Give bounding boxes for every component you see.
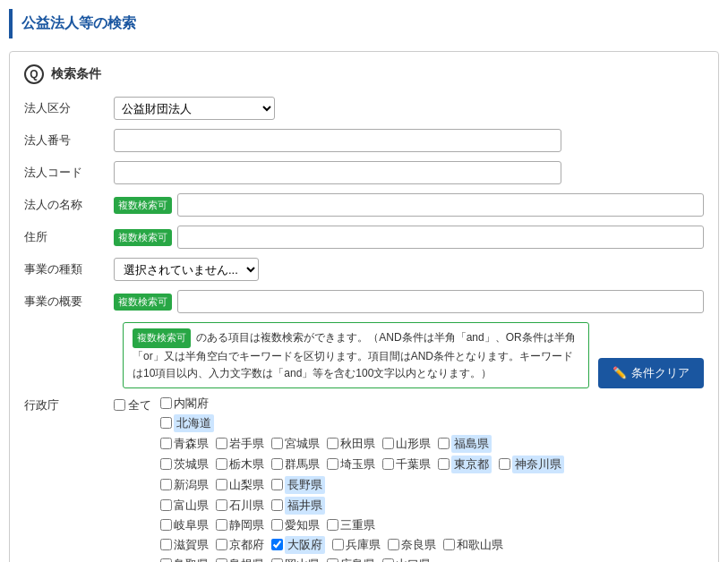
note-spacer [24,322,114,388]
prefecture-name[interactable]: 三重県 [340,517,375,533]
prefecture-name[interactable]: 宮城県 [285,436,320,452]
prefecture-name[interactable]: 山形県 [396,436,431,452]
prefecture-name[interactable]: 静岡県 [229,517,264,533]
prefecture-name[interactable]: 長野県 [285,476,325,494]
corporate-type-select[interactable]: 公益財団法人 公益社団法人 一般財団法人 一般社団法人 [114,97,275,120]
prefecture-name[interactable]: 和歌山県 [457,537,503,553]
corporate-code-input[interactable] [114,161,561,184]
prefecture-all-label[interactable]: 全て [128,397,151,413]
prefecture-checkbox[interactable] [271,539,283,550]
prefecture-label: 行政庁 [24,396,114,413]
prefecture-checkbox[interactable] [499,458,510,470]
prefecture-checkbox[interactable] [271,438,283,449]
prefecture-name[interactable]: 島根県 [229,557,264,562]
prefecture-name[interactable]: 鳥取県 [174,557,209,562]
business-type-select[interactable]: 選択されていません... [114,258,259,281]
prefecture-checkbox[interactable] [271,519,283,531]
prefecture-checkbox[interactable] [160,499,172,511]
prefecture-checkbox[interactable] [382,458,394,470]
prefecture-row-items: 新潟県山梨県長野県 [160,476,704,494]
business-summary-label: 事業の概要 [24,290,114,310]
prefecture-checkbox[interactable] [216,558,227,562]
prefecture-checkbox[interactable] [160,558,172,562]
prefecture-name[interactable]: 栃木県 [229,456,264,473]
prefecture-checkbox[interactable] [216,499,227,511]
list-item: 大阪府 [271,536,325,554]
corporate-name-row: 法人の名称 複数検索可 [24,193,704,218]
prefecture-name[interactable]: 大阪府 [285,536,325,554]
list-item: 埼玉県 [327,456,375,473]
prefecture-checkbox[interactable] [438,458,450,470]
prefecture-checkbox[interactable] [160,539,172,550]
prefecture-checkbox[interactable] [271,479,283,490]
prefecture-name[interactable]: 京都府 [229,537,264,553]
prefecture-name[interactable]: 内閣府 [174,396,209,412]
prefecture-name[interactable]: 福井県 [285,497,325,515]
prefecture-all-checkbox[interactable] [114,399,125,411]
prefecture-name[interactable]: 埼玉県 [340,456,375,473]
prefecture-name[interactable]: 神奈川県 [512,456,564,473]
list-item: 三重県 [327,517,375,533]
corporate-code-control [114,161,704,184]
prefecture-checkbox[interactable] [438,438,450,449]
prefecture-checkbox[interactable] [216,519,227,531]
prefecture-checkbox[interactable] [160,417,172,429]
prefecture-checkbox[interactable] [327,519,338,531]
list-item: 滋賀県 [160,537,209,553]
prefecture-name[interactable]: 岡山県 [285,557,320,562]
prefecture-name[interactable]: 福島県 [451,435,492,453]
list-item: 和歌山県 [443,537,503,553]
prefecture-checkbox[interactable] [216,539,227,550]
prefecture-name[interactable]: 滋賀県 [174,537,209,553]
prefecture-checkbox[interactable] [160,397,172,409]
prefecture-name[interactable]: 広島県 [340,557,375,562]
list-item: 富山県 [160,498,209,514]
clear-button[interactable]: ✏️ 条件クリア [598,358,704,388]
prefecture-checkbox[interactable] [216,479,227,490]
prefecture-name[interactable]: 山口県 [396,557,431,562]
prefecture-name[interactable]: 兵庫県 [346,537,381,553]
prefecture-name[interactable]: 山梨県 [229,477,264,493]
prefecture-checkbox[interactable] [443,539,455,550]
prefecture-name[interactable]: 愛知県 [285,517,320,533]
prefecture-name[interactable]: 奈良県 [401,537,436,553]
prefecture-name[interactable]: 岐阜県 [174,517,209,533]
address-control: 複数検索可 [114,226,704,249]
prefecture-checkbox[interactable] [160,519,172,531]
prefecture-checkbox[interactable] [271,499,283,511]
prefecture-checkbox[interactable] [160,438,172,449]
address-input[interactable] [177,226,704,249]
list-item: 岩手県 [216,436,264,452]
prefecture-checkbox[interactable] [216,458,227,470]
business-summary-input[interactable] [177,290,704,313]
prefecture-checkbox[interactable] [388,539,399,550]
prefecture-checkbox[interactable] [332,539,344,550]
prefecture-checkbox[interactable] [382,558,394,562]
prefecture-checkbox[interactable] [327,438,338,449]
prefecture-checkbox[interactable] [382,438,394,449]
prefecture-name[interactable]: 青森県 [174,436,209,452]
list-item: 内閣府 [160,396,209,412]
corporate-code-row: 法人コード [24,161,704,186]
prefecture-checkbox[interactable] [271,458,283,470]
prefecture-checkbox[interactable] [216,438,227,449]
prefecture-name[interactable]: 新潟県 [174,477,209,493]
prefecture-name[interactable]: 石川県 [229,498,264,514]
prefecture-name[interactable]: 東京都 [451,456,492,473]
prefecture-checkbox[interactable] [271,558,283,562]
corporate-name-input[interactable] [177,193,704,217]
prefecture-name[interactable]: 岩手県 [229,436,264,452]
prefecture-name[interactable]: 秋田県 [340,436,375,452]
prefecture-name[interactable]: 富山県 [174,498,209,514]
page-title: 公益法人等の検索 [21,14,710,33]
prefecture-name[interactable]: 千葉県 [396,456,431,473]
prefecture-row-items: 青森県岩手県宮城県秋田県山形県福島県 [160,435,704,453]
prefecture-name[interactable]: 北海道 [174,414,214,432]
prefecture-checkbox[interactable] [160,458,172,470]
prefecture-name[interactable]: 群馬県 [285,456,320,473]
prefecture-name[interactable]: 茨城県 [174,456,209,473]
corporate-number-input[interactable] [114,129,561,152]
prefecture-checkbox[interactable] [327,558,338,562]
prefecture-checkbox[interactable] [160,479,172,490]
prefecture-checkbox[interactable] [327,458,338,470]
